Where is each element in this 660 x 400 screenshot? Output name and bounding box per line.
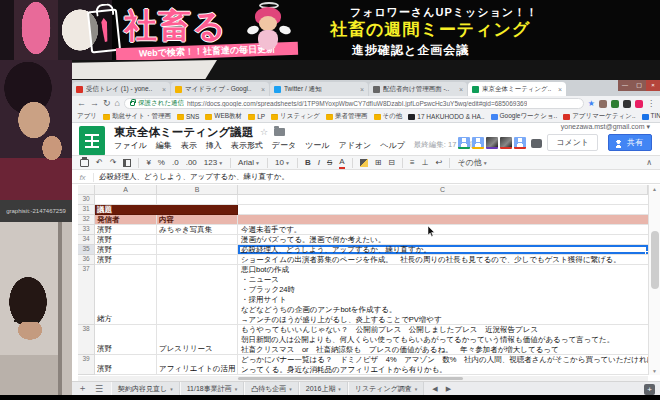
row-header[interactable]: 34	[78, 235, 95, 245]
cell-c33[interactable]: 今週未着手です。	[238, 225, 648, 235]
row-header[interactable]: 38	[78, 325, 95, 355]
tabs-prev-icon[interactable]: ◀	[432, 385, 437, 393]
cell-c32[interactable]	[238, 215, 648, 225]
row-header[interactable]: 35	[78, 245, 95, 255]
maximize-button[interactable]: ▢	[632, 80, 646, 91]
menu-insert[interactable]: 挿入	[206, 140, 222, 151]
column-header-a[interactable]: A	[95, 185, 157, 195]
menu-file[interactable]: ファイル	[114, 140, 147, 151]
cell-a33[interactable]: 濱野	[95, 225, 157, 235]
percent-format-icon[interactable]: %	[158, 155, 165, 170]
cell-a35[interactable]: 濱野	[95, 245, 157, 255]
row-header[interactable]: 36	[78, 255, 95, 265]
account-email[interactable]: yonezawa.mst@gmail.com ▾	[561, 123, 650, 131]
extension-icon[interactable]	[599, 100, 607, 108]
share-button[interactable]: 共有	[608, 134, 652, 151]
menu-help[interactable]: ヘルプ	[380, 140, 405, 151]
browser-tab-sheets-active[interactable]: 東京全体ミーティング.. ×	[468, 82, 566, 96]
close-window-button[interactable]: ×	[646, 80, 660, 91]
row-header[interactable]: 30	[78, 195, 95, 205]
italic-icon[interactable]: I	[318, 155, 320, 170]
avatar[interactable]	[514, 137, 526, 149]
chevron-down-icon[interactable]: ▾	[235, 386, 238, 392]
borders-icon[interactable]: ⊞	[375, 155, 382, 170]
select-all-corner[interactable]	[78, 185, 95, 195]
cell-b38[interactable]: プレスリリース	[157, 325, 238, 355]
avatar[interactable]	[500, 137, 512, 149]
browser-tab-gmail[interactable]: 受信トレイ (1) - yone.. ×	[72, 82, 170, 96]
explore-icon[interactable]: +	[644, 384, 655, 395]
avatar[interactable]	[458, 137, 470, 149]
sheet-tab-4[interactable]: リスティング調査 ▾	[348, 382, 424, 395]
cell-c37[interactable]: 悪口botの作成 ・ニュース ・ブラック24時 ・採用サイト などなどうちの企画…	[238, 265, 648, 325]
close-icon[interactable]: ×	[558, 86, 562, 93]
cell-b36[interactable]	[157, 255, 238, 265]
home-icon[interactable]: ⌂	[115, 96, 120, 111]
cell-c38[interactable]: もうやってもいいんじゃない？ 公開前プレス 公開しましたプレス 近況報告プレス …	[238, 325, 648, 355]
collapse-toolbar-icon[interactable]: ∧	[646, 155, 652, 170]
bookmark-folder[interactable]: 業者管理画	[326, 112, 368, 121]
bookmark-folder[interactable]: 勤怠サイト・管理画	[103, 112, 171, 121]
cell-b32[interactable]: 内容	[157, 215, 238, 225]
merge-cells-icon[interactable]: ⊟	[388, 155, 395, 170]
cell-a31-merged[interactable]: 議題	[95, 205, 238, 215]
sheet-tab-0[interactable]: 契約内容見直し ▾	[111, 382, 180, 395]
bookmark-folder[interactable]: その他	[374, 112, 403, 121]
cell-c36[interactable]: ショータイムの出演者募集のページを作成。 社長の周りの社長も見てるので、少しでも…	[238, 255, 648, 265]
sheet-tab-2[interactable]: 凸待ち企画 ▾	[244, 382, 299, 395]
extension-icon[interactable]	[635, 100, 643, 108]
scroll-up-icon[interactable]: ▲	[649, 186, 660, 192]
cell-b35[interactable]	[157, 245, 238, 255]
browser-tab-twitter[interactable]: Twitter / 通知 ×	[270, 82, 368, 96]
all-sheets-icon[interactable]: ☰	[95, 384, 103, 394]
cell-a32[interactable]: 発信者	[95, 215, 157, 225]
font-size-select[interactable]: 10▼	[275, 155, 290, 171]
avatar[interactable]	[472, 137, 484, 149]
cell-b33[interactable]: みちゃき写真集	[157, 225, 238, 235]
undo-icon[interactable]: ↶	[96, 155, 103, 170]
scrollbar-thumb[interactable]	[651, 231, 659, 289]
menu-edit[interactable]: 編集	[156, 140, 172, 151]
chevron-down-icon[interactable]: ▾	[289, 386, 292, 392]
cell-a37[interactable]: 緒方	[95, 265, 157, 325]
document-title[interactable]: 東京全体ミーティング議題	[114, 125, 253, 140]
add-sheet-icon[interactable]: ＋	[78, 382, 87, 395]
row-header[interactable]: 32	[78, 215, 95, 225]
formula-input[interactable]: 必殺経理人、どうしよう、アップするか、練り直すか。	[94, 172, 289, 182]
avatar[interactable]	[486, 137, 498, 149]
bookmark-link[interactable]: 17 HAKUHODO & HA..	[408, 113, 484, 120]
browser-tab-drive[interactable]: マイドライブ - Googl.. ×	[171, 82, 269, 96]
bookmark-link[interactable]: TINAMI - なないろ..	[642, 112, 660, 121]
forward-icon[interactable]: →	[90, 96, 99, 111]
vertical-align-icon[interactable]: ⊥	[422, 155, 429, 170]
cell-c31[interactable]	[238, 205, 648, 215]
fill-color-icon[interactable]	[360, 159, 368, 167]
chevron-down-icon[interactable]: ▾	[415, 386, 418, 392]
address-bar[interactable]: 保護された通信 https://docs.google.com/spreadsh…	[124, 98, 584, 109]
cell-a34[interactable]: 濱野	[95, 235, 157, 245]
cell-c34[interactable]: 漫画がバズってる。漫画で何か考えたい。	[238, 235, 648, 245]
menu-tools[interactable]: ツール	[305, 140, 329, 151]
row-header[interactable]: 39	[78, 355, 95, 375]
chevron-down-icon[interactable]: ▾	[170, 386, 173, 392]
comment-bubble-icon[interactable]	[531, 139, 542, 148]
cell-b37[interactable]	[157, 265, 238, 325]
bookmark-apps[interactable]: アプリ	[77, 112, 97, 121]
menu-view[interactable]: 表示	[181, 140, 197, 151]
comments-button[interactable]: コメント	[547, 134, 598, 151]
browser-tab-dashboard[interactable]: 配信者向け管理画面 -.. ×	[369, 82, 467, 96]
minimize-button[interactable]: —	[618, 80, 632, 91]
more-menu[interactable]: その他▼	[457, 155, 487, 171]
font-family-select[interactable]: Arial▼	[238, 155, 260, 171]
cell-c30[interactable]	[238, 195, 648, 205]
move-folder-icon[interactable]	[274, 128, 285, 136]
bookmark-folder[interactable]: WEB教材	[205, 112, 242, 121]
scrollbar-thumb[interactable]	[238, 377, 463, 380]
close-icon[interactable]: ×	[162, 86, 166, 93]
redo-icon[interactable]: ↷	[110, 155, 117, 170]
sheet-tab-3[interactable]: 2016上期 ▾	[299, 382, 348, 395]
column-header-b[interactable]: B	[157, 185, 238, 195]
menu-addons[interactable]: アドオン	[339, 140, 372, 151]
cell-a38[interactable]: 濱野	[95, 325, 157, 355]
reload-icon[interactable]: ↻	[103, 96, 111, 111]
